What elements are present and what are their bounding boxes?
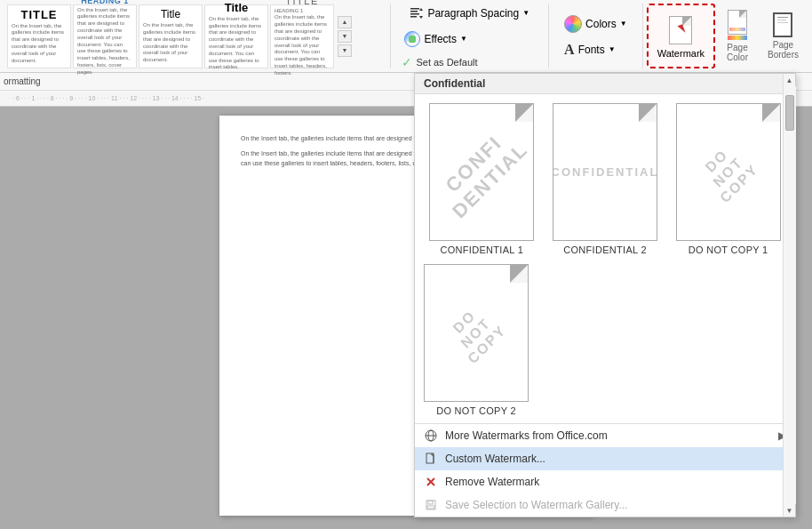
page-borders-icon xyxy=(773,12,792,37)
fonts-label: Fonts xyxy=(578,44,605,56)
set-as-default-label: Set as Default xyxy=(416,57,477,68)
x-icon xyxy=(424,475,438,489)
svg-marker-4 xyxy=(419,8,423,11)
svg-rect-16 xyxy=(427,506,434,509)
format-bar-text: ormatting xyxy=(4,76,41,86)
menu-label-more-watermarks: More Watermarks from Office.com xyxy=(445,429,608,442)
svg-rect-1 xyxy=(410,11,418,12)
watermark-thumb-confidential1[interactable]: CONFIDENTIAL CONFIDENTIAL 1 xyxy=(424,103,540,255)
style-thumb-heading1[interactable]: HEADING 1 On the Insert tab, the galleri… xyxy=(73,4,137,68)
paragraph-spacing-group: Paragraph Spacing ▼ xyxy=(398,2,541,25)
ribbon-divider-1 xyxy=(390,4,391,68)
styles-scroll-expand[interactable]: ▼ xyxy=(338,44,352,57)
scroll-up-button[interactable]: ▲ xyxy=(784,74,796,86)
watermark-grid-row2: DONOTCOPY DO NOT COPY 2 xyxy=(415,264,795,423)
watermark-dropdown: Confidential CONFIDENTIAL CONFIDENTIAL 1… xyxy=(414,73,796,517)
svg-marker-5 xyxy=(419,16,423,19)
watermark-icon xyxy=(666,14,695,46)
page-borders-container: PageBorders xyxy=(758,0,808,72)
watermark-grid: CONFIDENTIAL CONFIDENTIAL 1 CONFIDENTIAL… xyxy=(415,94,795,264)
colors-fonts-section: Colors ▼ A Fonts ▼ xyxy=(551,0,641,72)
styles-scroll-down[interactable]: ▼ xyxy=(338,30,352,43)
watermark-label-confidential1: CONFIDENTIAL 1 xyxy=(441,244,524,255)
watermark-thumb-donotcopy1[interactable]: DONOTCOPY DO NOT COPY 1 xyxy=(670,103,786,255)
effects-icon xyxy=(404,31,420,47)
document-icon xyxy=(424,452,438,466)
watermark-label-donotcopy2: DO NOT COPY 2 xyxy=(436,405,516,416)
page-borders-label: PageBorders xyxy=(768,40,799,60)
style-thumb-title2[interactable]: Title On the Insert tab, the galleries i… xyxy=(139,4,203,68)
scroll-thumb[interactable] xyxy=(785,95,794,131)
page-color-bar xyxy=(728,36,747,40)
ribbon: TITLE On the Insert tab, the galleries i… xyxy=(0,0,812,73)
page-color-button[interactable]: PageColor xyxy=(720,5,754,67)
menu-item-more-watermarks[interactable]: More Watermarks from Office.com ▶ xyxy=(415,424,795,447)
svg-rect-15 xyxy=(428,501,433,504)
style-thumb-title3[interactable]: Title On the Insert tab, the galleries i… xyxy=(204,4,268,68)
save-icon xyxy=(424,498,438,512)
menu-label-save-selection: Save Selection to Watermark Gallery... xyxy=(445,499,627,511)
globe-icon xyxy=(424,429,438,443)
menu-item-save-selection: Save Selection to Watermark Gallery... xyxy=(415,493,795,517)
style-thumb-title4[interactable]: TITLE HEADING 1On the Insert tab, the ga… xyxy=(270,4,334,68)
set-as-default-button[interactable]: ✓ Set as Default xyxy=(398,53,541,71)
dropdown-header: Confidential xyxy=(415,74,795,94)
menu-label-custom-watermark: Custom Watermark... xyxy=(445,453,545,465)
effects-arrow: ▼ xyxy=(460,35,467,43)
colors-button[interactable]: Colors ▼ xyxy=(558,12,633,36)
effects-button[interactable]: Effects ▼ xyxy=(398,28,541,50)
design-options-group: Paragraph Spacing ▼ Effects ▼ ✓ Set as D… xyxy=(393,0,546,72)
ribbon-divider-3 xyxy=(642,4,643,68)
watermark-label-confidential2: CONFIDENTIAL 2 xyxy=(563,244,647,255)
menu-label-remove-watermark: Remove Watermark xyxy=(445,476,539,488)
fonts-icon: A xyxy=(564,42,575,58)
style-thumb-title1[interactable]: TITLE On the Insert tab, the galleries i… xyxy=(7,4,71,68)
colors-icon xyxy=(564,15,582,33)
paragraph-spacing-label: Paragraph Spacing xyxy=(427,7,519,20)
styles-scroll-up[interactable]: ▲ xyxy=(338,16,352,28)
svg-rect-2 xyxy=(410,13,419,15)
fonts-button[interactable]: A Fonts ▼ xyxy=(558,39,633,60)
paragraph-spacing-icon xyxy=(410,6,424,20)
watermark-menu: More Watermarks from Office.com ▶ Custom… xyxy=(415,423,795,517)
page-borders-button[interactable]: PageBorders xyxy=(761,8,805,64)
watermark-label-donotcopy1: DO NOT COPY 1 xyxy=(689,244,768,255)
styles-scroll-controls: ▲ ▼ ▼ xyxy=(336,14,354,59)
checkmark-icon: ✓ xyxy=(402,55,412,69)
menu-item-remove-watermark[interactable]: Remove Watermark xyxy=(415,470,795,493)
paragraph-spacing-button[interactable]: Paragraph Spacing ▼ xyxy=(403,4,536,23)
effects-label: Effects xyxy=(424,33,456,45)
watermark-thumb-confidential2[interactable]: CONFIDENTIAL CONFIDENTIAL 2 xyxy=(547,103,664,255)
watermark-label: Watermark xyxy=(657,48,705,59)
colors-label: Colors xyxy=(585,18,617,30)
menu-item-custom-watermark[interactable]: Custom Watermark... xyxy=(415,447,795,470)
svg-rect-3 xyxy=(410,16,417,18)
page-color-page-icon xyxy=(728,10,747,35)
scroll-track xyxy=(784,86,796,504)
page-color-label: PageColor xyxy=(727,43,748,62)
paragraph-spacing-arrow: ▼ xyxy=(522,9,529,17)
dropdown-scrollbar: ▲ ▼ xyxy=(783,74,795,517)
watermark-thumb-donotcopy2[interactable]: DONOTCOPY DO NOT COPY 2 xyxy=(424,264,529,416)
ribbon-divider-2 xyxy=(548,4,549,68)
scroll-down-button[interactable]: ▼ xyxy=(784,504,796,517)
svg-rect-0 xyxy=(410,8,419,10)
styles-gallery: TITLE On the Insert tab, the galleries i… xyxy=(4,0,388,72)
page-settings-group: PageColor xyxy=(717,0,758,72)
watermark-button[interactable]: Watermark xyxy=(647,4,715,68)
